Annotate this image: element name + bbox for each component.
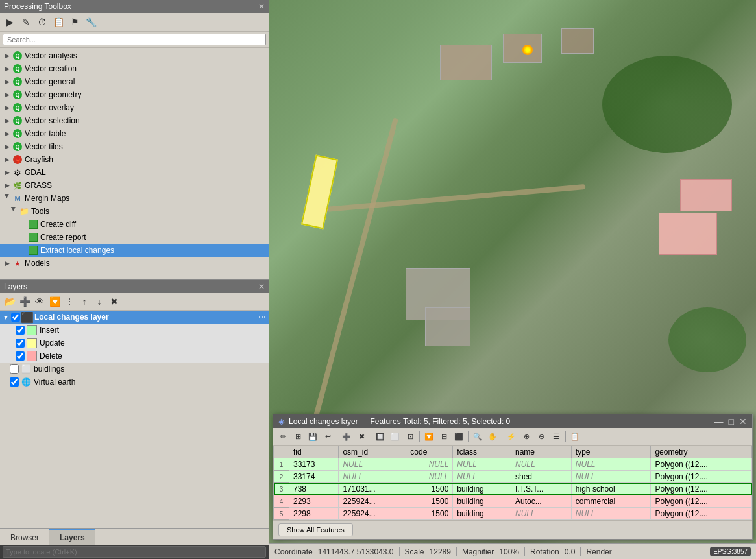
- restore-btn[interactable]: □: [729, 417, 734, 426]
- layer-item-delete[interactable]: Delete: [0, 350, 269, 363]
- layer-options-icon[interactable]: ⋯: [258, 313, 266, 322]
- tree-item-vector-selection[interactable]: ▶ Q Vector selection: [0, 114, 269, 127]
- layers-open-icon[interactable]: 📂: [3, 294, 17, 309]
- tree-item-tools[interactable]: ▶ 📁 Tools: [0, 205, 269, 218]
- filter2-icon[interactable]: ⊟: [437, 429, 451, 444]
- delete-feature-icon[interactable]: ✖: [354, 429, 369, 444]
- layer-checkbox-buildings[interactable]: [10, 364, 19, 374]
- cell-fid-4: 2293: [289, 495, 339, 508]
- organize-columns-icon[interactable]: ☰: [549, 429, 563, 444]
- options-icon[interactable]: ⚑: [67, 15, 82, 29]
- filter-icon[interactable]: 🔽: [422, 429, 436, 444]
- edit-pencil-icon[interactable]: ✏: [276, 429, 290, 444]
- layers-filter-icon[interactable]: 🔽: [47, 294, 62, 309]
- tree-item-vector-table[interactable]: ▶ Q Vector table: [0, 127, 269, 140]
- layer-item-update[interactable]: Update: [0, 337, 269, 350]
- select-all-icon[interactable]: ⬛: [452, 429, 466, 444]
- zoom-to-selected-icon[interactable]: 🔍: [470, 429, 485, 444]
- epsg-badge[interactable]: EPSG:3857: [710, 547, 751, 556]
- tree-item-vector-analysis[interactable]: ▶ Q Vector analysis: [0, 49, 269, 62]
- icon-vector-analysis: Q: [12, 51, 23, 61]
- delete-column-icon[interactable]: ⊖: [534, 429, 548, 444]
- open-form-icon[interactable]: 📋: [568, 429, 582, 444]
- search-input[interactable]: [3, 34, 266, 45]
- arrow-tools: ▶: [10, 207, 17, 216]
- settings-icon[interactable]: 🔧: [84, 15, 98, 29]
- layer-checkbox-virtual-earth[interactable]: [10, 377, 19, 387]
- cell-geo-5: Polygon ((12....: [651, 508, 752, 520]
- cell-code-3: 1500: [406, 483, 453, 495]
- layers-add-icon[interactable]: ➕: [18, 294, 32, 309]
- tree-item-crayfish[interactable]: ▶ 🦞 Crayfish: [0, 153, 269, 166]
- edit-icon[interactable]: ✎: [19, 15, 33, 29]
- tree-item-gdal[interactable]: ▶ ⚙ GDAL: [0, 166, 269, 179]
- actions-icon[interactable]: ⚡: [504, 429, 518, 444]
- run-icon[interactable]: ▶: [3, 15, 17, 29]
- layers-more-icon[interactable]: ⋮: [62, 294, 77, 309]
- building-1: [440, 45, 492, 80]
- col-fid[interactable]: fid: [289, 446, 339, 458]
- processing-toolbox-close[interactable]: ✕: [258, 2, 265, 11]
- table-wrapper: fid osm_id code fclass name type geometr…: [273, 446, 752, 520]
- col-geometry[interactable]: geometry: [651, 446, 752, 458]
- tree-item-mergin-maps[interactable]: ▶ M Mergin Maps: [0, 192, 269, 205]
- col-type[interactable]: type: [571, 446, 651, 458]
- tree-item-models[interactable]: ▶ ★ Models: [0, 257, 269, 270]
- new-column-icon[interactable]: ⊕: [519, 429, 533, 444]
- add-feature-icon[interactable]: ➕: [339, 429, 354, 444]
- label-create-report: Create report: [40, 233, 86, 242]
- tree-item-vector-overlay[interactable]: ▶ Q Vector overlay: [0, 101, 269, 114]
- col-code[interactable]: code: [406, 446, 453, 458]
- tab-layers[interactable]: Layers: [49, 529, 95, 545]
- tree-item-vector-geometry[interactable]: ▶ Q Vector geometry: [0, 88, 269, 101]
- tree-item-vector-general[interactable]: ▶ Q Vector general: [0, 75, 269, 88]
- locate-input[interactable]: [3, 546, 266, 558]
- layers-down-icon[interactable]: ↓: [92, 294, 106, 309]
- history-icon[interactable]: ⏱: [35, 15, 49, 29]
- layer-checkbox-update[interactable]: [16, 339, 25, 348]
- tab-browser[interactable]: Browser: [0, 529, 49, 545]
- arrow-vector-overlay: ▶: [3, 104, 12, 111]
- tree-item-extract-local-changes[interactable]: ▶ Extract local changes: [0, 244, 269, 257]
- layers-panel-close[interactable]: ✕: [258, 282, 265, 291]
- save-edits-icon[interactable]: 💾: [306, 429, 320, 444]
- tree-item-vector-tiles[interactable]: ▶ Q Vector tiles: [0, 140, 269, 153]
- status-sep-4: [580, 547, 581, 556]
- rollback-icon[interactable]: ↩: [321, 429, 335, 444]
- cell-osm-id-1: NULL: [339, 458, 406, 471]
- cell-name-3: I.T.S.T...: [511, 483, 571, 495]
- close-btn[interactable]: ✕: [739, 417, 747, 426]
- sep5: [502, 431, 502, 442]
- layer-swatch-update: [27, 338, 37, 348]
- layer-item-insert[interactable]: Insert: [0, 324, 269, 337]
- minimize-btn[interactable]: —: [714, 417, 724, 426]
- layer-checkbox-insert[interactable]: [16, 326, 25, 335]
- layers-up-icon[interactable]: ↑: [77, 294, 91, 309]
- attribute-table: ◈ Local changes layer — Features Total: …: [273, 414, 753, 540]
- show-all-features-btn[interactable]: Show All Features: [278, 523, 353, 536]
- tree-item-create-report[interactable]: ▶ Create report: [0, 231, 269, 244]
- sep3: [419, 431, 420, 442]
- layers-remove-icon[interactable]: ✖: [107, 294, 121, 309]
- tree-item-create-diff[interactable]: ▶ Create diff: [0, 218, 269, 231]
- layer-item-virtual-earth[interactable]: ▶ 🌐 Virtual earth: [0, 375, 269, 388]
- invert-selection-icon[interactable]: ⊡: [403, 429, 417, 444]
- label-create-diff: Create diff: [40, 220, 76, 229]
- tree-item-vector-creation[interactable]: ▶ Q Vector creation: [0, 62, 269, 75]
- layer-checkbox-delete[interactable]: [16, 351, 25, 361]
- col-fclass[interactable]: fclass: [453, 446, 511, 458]
- layer-item-buildings[interactable]: ▶ ⬜ buidlings: [0, 363, 269, 375]
- layer-checkbox-local-changes[interactable]: [11, 313, 20, 322]
- layer-item-local-changes[interactable]: ▼ ⬛ Local changes layer ⋯: [0, 311, 269, 324]
- results-icon[interactable]: 📋: [51, 15, 66, 29]
- multi-edit-icon[interactable]: ⊞: [291, 429, 305, 444]
- label-gdal: GDAL: [25, 168, 46, 177]
- col-name[interactable]: name: [511, 446, 571, 458]
- deselect-icon[interactable]: ⬜: [388, 429, 402, 444]
- select-features-icon[interactable]: 🔲: [373, 429, 387, 444]
- layers-visibility-icon[interactable]: 👁: [32, 294, 47, 309]
- col-osm-id[interactable]: osm_id: [339, 446, 406, 458]
- cell-type-1: NULL: [571, 458, 651, 471]
- tree-item-grass[interactable]: ▶ 🌿 GRASS: [0, 179, 269, 192]
- pan-to-selected-icon[interactable]: ✋: [485, 429, 500, 444]
